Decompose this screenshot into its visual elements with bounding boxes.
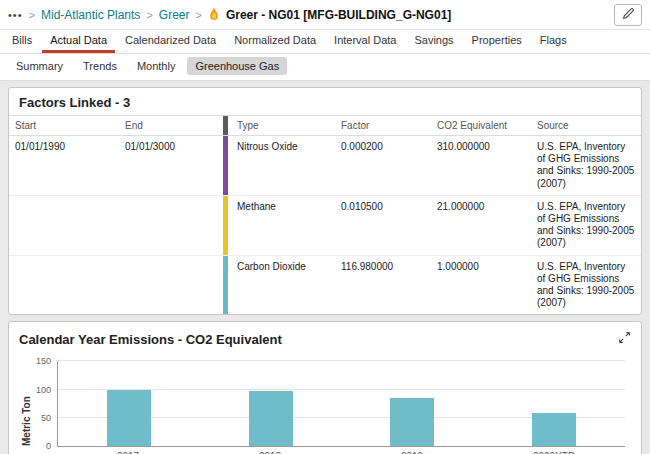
page-title: Greer - NG01 [MFG-BUILDING_G-NG01] (226, 8, 451, 22)
cell-end (119, 196, 219, 255)
table-row[interactable]: Carbon Dioxide116.9800001.000000U.S. EPA… (9, 255, 641, 315)
top-bar: ••• > Mid-Atlantic Plants > Greer > Gree… (0, 0, 650, 30)
tab-savings[interactable]: Savings (406, 30, 461, 53)
chevron-right-icon: > (29, 9, 35, 21)
subtab-monthly[interactable]: Monthly (129, 57, 184, 75)
y-axis-label: Metric Ton (21, 361, 32, 446)
tab-properties[interactable]: Properties (464, 30, 530, 53)
cell-factor: 0.010500 (335, 196, 431, 255)
expand-icon (618, 331, 631, 347)
edit-button[interactable] (614, 4, 642, 26)
cell-start: 01/01/1990 (9, 136, 119, 195)
chevron-right-icon: > (196, 9, 202, 21)
column-header-factor: Factor (335, 116, 431, 135)
column-header-source: Source (531, 116, 641, 135)
breadcrumb-more-button[interactable]: ••• (8, 9, 23, 21)
cell-co2-equivalent: 21.000000 (431, 196, 531, 255)
type-color-cell (219, 196, 231, 255)
cell-source: U.S. EPA, Inventory of GHG Emissions and… (531, 196, 641, 255)
bar-2019[interactable] (390, 398, 434, 446)
cell-type: Nitrous Oxide (231, 136, 335, 195)
main-tabs: BillsActual DataCalendarized DataNormali… (0, 30, 650, 54)
factors-panel-title: Factors Linked - 3 (9, 88, 641, 115)
y-tick-label: 0 (46, 441, 51, 451)
tab-bills[interactable]: Bills (4, 30, 40, 53)
tab-actual-data[interactable]: Actual Data (42, 30, 115, 53)
chart-panel-title: Calendar Year Emissions - CO2 Equivalent (19, 332, 282, 347)
chart-panel-header: Calendar Year Emissions - CO2 Equivalent (9, 322, 641, 351)
factors-panel: Factors Linked - 3 Start End Type Factor… (8, 87, 642, 315)
pencil-icon (622, 7, 635, 23)
factors-table-header: Start End Type Factor CO2 Equivalent Sou… (9, 115, 641, 136)
tab-flags[interactable]: Flags (532, 30, 575, 53)
bar-2017[interactable] (107, 390, 151, 447)
bar-2018[interactable] (249, 391, 293, 446)
cell-type: Carbon Dioxide (231, 256, 335, 315)
gridline (58, 360, 625, 361)
cell-factor: 0.000200 (335, 136, 431, 195)
column-header-type-strip (219, 116, 231, 135)
bar-2020ytd[interactable] (532, 413, 576, 446)
column-header-end: End (119, 116, 219, 135)
chart-area: Metric Ton 050100150 (57, 361, 625, 447)
cell-start (9, 256, 119, 315)
y-tick-label: 100 (36, 385, 51, 395)
cell-end: 01/01/3000 (119, 136, 219, 195)
type-color-strip (223, 116, 228, 135)
type-color-cell (219, 256, 231, 315)
cell-start (9, 196, 119, 255)
breadcrumb-link-mid-atlantic-plants[interactable]: Mid-Atlantic Plants (41, 8, 140, 22)
column-header-start: Start (9, 116, 119, 135)
type-color-strip (223, 136, 228, 195)
type-color-strip (223, 196, 228, 255)
table-row[interactable]: Methane0.01050021.000000U.S. EPA, Invent… (9, 195, 641, 255)
y-tick-label: 50 (41, 413, 51, 423)
breadcrumb-link-greer[interactable]: Greer (159, 8, 190, 22)
type-color-strip (223, 256, 228, 315)
cell-co2-equivalent: 310.000000 (431, 136, 531, 195)
chart-panel: Calendar Year Emissions - CO2 Equivalent… (8, 321, 642, 454)
cell-type: Methane (231, 196, 335, 255)
expand-button[interactable] (616, 329, 633, 349)
subtab-greenhouse-gas[interactable]: Greenhouse Gas (187, 57, 287, 75)
cell-factor: 116.980000 (335, 256, 431, 315)
column-header-type: Type (231, 116, 335, 135)
breadcrumb: ••• > Mid-Atlantic Plants > Greer > Gree… (8, 7, 451, 22)
subtab-summary[interactable]: Summary (8, 57, 71, 75)
y-tick-label: 150 (36, 356, 51, 366)
tab-normalized-data[interactable]: Normalized Data (226, 30, 324, 53)
factors-table-body: 01/01/199001/01/3000Nitrous Oxide0.00020… (9, 136, 641, 314)
page: ••• > Mid-Atlantic Plants > Greer > Gree… (0, 0, 650, 454)
cell-source: U.S. EPA, Inventory of GHG Emissions and… (531, 136, 641, 195)
column-header-co2-equivalent: CO2 Equivalent (431, 116, 531, 135)
subtab-trends[interactable]: Trends (75, 57, 125, 75)
cell-co2-equivalent: 1.000000 (431, 256, 531, 315)
tab-interval-data[interactable]: Interval Data (326, 30, 404, 53)
type-color-cell (219, 136, 231, 195)
sub-tabs: SummaryTrendsMonthlyGreenhouse Gas (0, 54, 650, 81)
chevron-right-icon: > (146, 9, 152, 21)
cell-end (119, 256, 219, 315)
cell-source: U.S. EPA, Inventory of GHG Emissions and… (531, 256, 641, 315)
tab-calendarized-data[interactable]: Calendarized Data (117, 30, 224, 53)
flame-icon (208, 7, 220, 22)
plot-area: Metric Ton 050100150 (57, 361, 625, 447)
table-row[interactable]: 01/01/199001/01/3000Nitrous Oxide0.00020… (9, 136, 641, 195)
